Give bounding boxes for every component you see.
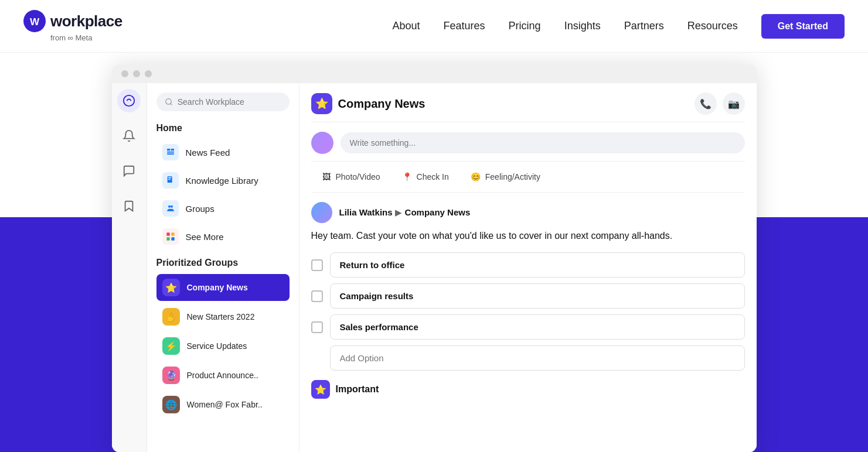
check-in-label: Check In	[417, 172, 449, 182]
poll-label-2[interactable]: Campaign results	[330, 283, 745, 309]
svg-point-3	[165, 99, 171, 104]
write-input[interactable]	[341, 132, 745, 153]
product-announce-icon: 🔮	[162, 367, 180, 384]
svg-rect-5	[171, 149, 173, 150]
rail-icon-saved[interactable]	[117, 194, 141, 218]
phone-button[interactable]: 📞	[695, 93, 717, 115]
nav-item-seemore[interactable]: See More	[156, 224, 290, 249]
content-title: Company News	[338, 97, 426, 111]
group-item-women-fox[interactable]: 🌐 Women@ Fox Fabr..	[156, 391, 290, 418]
knowledge-icon	[162, 172, 179, 189]
svg-rect-4	[167, 149, 170, 150]
svg-rect-15	[166, 237, 169, 240]
poll-label-3[interactable]: Sales performance	[330, 314, 745, 340]
header-actions: 📞 📷	[695, 93, 745, 115]
svg-point-12	[171, 206, 173, 208]
group-service-updates-label: Service Updates	[187, 341, 247, 351]
post-author-info: Lilia Watkins ▶ Company News	[339, 207, 471, 218]
svg-point-11	[168, 206, 171, 208]
group-item-new-starters[interactable]: ✋ New Starters 2022	[156, 303, 290, 330]
nav-item-newsfeed[interactable]: News Feed	[156, 139, 290, 165]
nav-item-groups-label: Groups	[186, 204, 215, 214]
groups-icon	[162, 200, 179, 217]
user-avatar	[311, 132, 333, 154]
nav-link-features[interactable]: Features	[444, 20, 485, 32]
poll-label-1[interactable]: Return to office	[330, 252, 745, 278]
workplace-logo-icon: W	[23, 10, 46, 32]
svg-rect-10	[168, 179, 171, 179]
browser-dot-3	[145, 70, 152, 77]
check-in-icon: 📍	[401, 171, 413, 183]
women-fox-icon: 🌐	[162, 396, 180, 413]
logo-sub: from ∞ Meta	[50, 33, 122, 42]
feeling-button[interactable]: 😊 Feeling/Activity	[461, 166, 550, 187]
nav-link-partners[interactable]: Partners	[624, 20, 664, 32]
logo-area: W workplace from ∞ Meta	[23, 10, 122, 42]
nav-item-seemore-label: See More	[186, 232, 224, 242]
search-icon	[165, 97, 173, 107]
nav-sidebar: Home News Feed Knowledge Library	[147, 83, 299, 452]
poll-checkbox-2[interactable]	[311, 290, 323, 302]
group-women-fox-label: Women@ Fox Fabr..	[187, 400, 263, 409]
prioritized-groups-title: Prioritized Groups	[156, 258, 290, 268]
rail-icon-notifications[interactable]	[117, 124, 141, 148]
photo-video-button[interactable]: 🖼 Photo/Video	[311, 166, 390, 187]
nav-link-about[interactable]: About	[393, 20, 420, 32]
newsfeed-icon	[162, 144, 179, 160]
content-header: ⭐ Company News 📞 📷	[311, 93, 745, 122]
get-started-button[interactable]: Get Started	[761, 14, 845, 39]
write-box	[311, 132, 745, 154]
seemore-icon	[162, 228, 179, 245]
group-item-company-news[interactable]: ⭐ Company News	[156, 274, 290, 301]
nav-item-newsfeed-label: News Feed	[186, 148, 230, 157]
post-actions: 🖼 Photo/Video 📍 Check In 😊 Feeling/Activ…	[311, 161, 745, 193]
content-title-icon: ⭐	[311, 93, 332, 114]
group-item-service-updates[interactable]: ⚡ Service Updates	[156, 333, 290, 359]
video-button[interactable]: 📷	[723, 93, 745, 115]
poll-option-1: Return to office	[311, 252, 745, 278]
rail-icon-messages[interactable]	[117, 159, 141, 183]
main-wrapper: Home News Feed Knowledge Library	[0, 53, 868, 452]
post-arrow: ▶	[395, 207, 402, 217]
search-input[interactable]	[178, 97, 281, 107]
content-title-area: ⭐ Company News	[311, 93, 426, 114]
svg-rect-6	[167, 152, 174, 153]
browser-bar	[112, 64, 757, 83]
svg-rect-13	[166, 232, 169, 235]
important-section: ⭐ Important	[311, 380, 745, 399]
nav-link-insights[interactable]: Insights	[564, 20, 601, 32]
home-section-title: Home	[156, 123, 290, 133]
poll-option-2: Campaign results	[311, 283, 745, 309]
nav-links: About Features Pricing Insights Partners…	[393, 14, 845, 39]
nav-item-knowledge[interactable]: Knowledge Library	[156, 167, 290, 193]
svg-rect-16	[171, 237, 174, 240]
svg-text:W: W	[30, 16, 40, 28]
group-product-announce-label: Product Announce..	[187, 371, 258, 380]
add-option-input[interactable]	[330, 345, 745, 371]
browser-dot-1	[121, 70, 128, 77]
rail-icon-home[interactable]	[117, 89, 141, 112]
main-content: ⭐ Company News 📞 📷	[299, 83, 757, 452]
photo-video-icon: 🖼	[321, 171, 332, 183]
feeling-icon: 😊	[470, 171, 482, 183]
service-updates-icon: ⚡	[162, 337, 180, 355]
logo-name: workplace	[50, 12, 122, 30]
post-header: Lilia Watkins ▶ Company News	[311, 202, 745, 223]
new-starters-icon: ✋	[162, 308, 180, 326]
nav-link-resources[interactable]: Resources	[687, 20, 738, 32]
poll-checkbox-3[interactable]	[311, 321, 323, 333]
feeling-label: Feeling/Activity	[485, 172, 540, 182]
nav-item-groups[interactable]: Groups	[156, 196, 290, 221]
svg-rect-14	[171, 232, 174, 235]
search-box[interactable]	[156, 93, 290, 111]
top-navigation: W workplace from ∞ Meta About Features P…	[0, 0, 868, 53]
nav-link-pricing[interactable]: Pricing	[509, 20, 541, 32]
post-author-avatar	[311, 202, 332, 223]
group-item-product-announce[interactable]: 🔮 Product Announce..	[156, 362, 290, 389]
check-in-button[interactable]: 📍 Check In	[392, 166, 458, 187]
icon-rail	[112, 83, 147, 452]
important-icon: ⭐	[311, 380, 330, 399]
poll-checkbox-1[interactable]	[311, 259, 323, 271]
svg-rect-7	[167, 153, 174, 155]
browser-dot-2	[133, 70, 140, 77]
